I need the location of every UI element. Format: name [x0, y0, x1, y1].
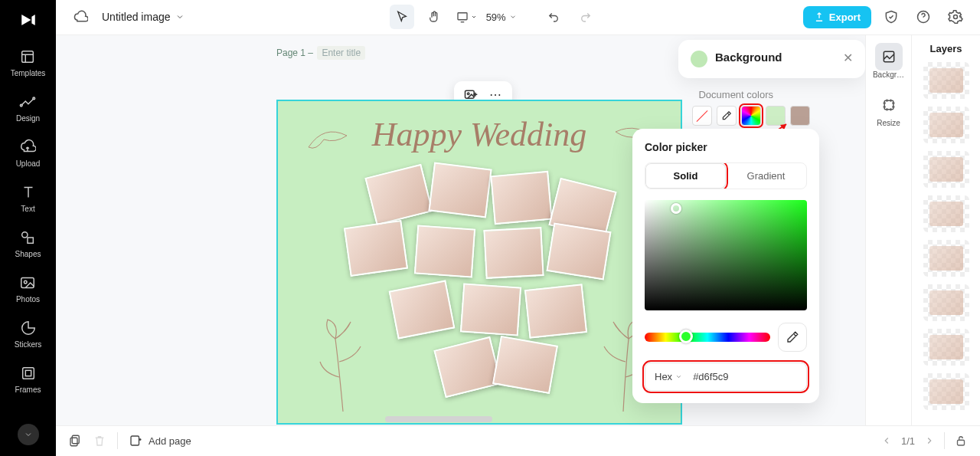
sidebar-item-photos[interactable]: Photos — [16, 274, 40, 303]
sidebar-label: Upload — [16, 159, 41, 168]
hue-handle[interactable] — [679, 330, 693, 343]
chevron-down-icon — [509, 13, 517, 21]
help-icon[interactable] — [911, 5, 936, 29]
layer-thumb[interactable] — [923, 151, 969, 188]
photo-collage[interactable] — [339, 170, 622, 415]
sv-handle[interactable] — [671, 203, 681, 214]
select-tool[interactable] — [390, 5, 414, 29]
page-title-input[interactable]: Enter title — [317, 46, 365, 60]
photo-tile[interactable] — [414, 225, 475, 277]
photo-tile[interactable] — [389, 280, 456, 339]
layer-thumb[interactable] — [923, 373, 969, 410]
sidebar-item-stickers[interactable]: Stickers — [15, 319, 42, 349]
color-format-selector[interactable]: Hex — [655, 371, 682, 382]
layer-thumb[interactable] — [923, 284, 969, 321]
canvas-area[interactable]: Page 1 – Enter title ⋯ ⋯ Happy Wedding — [56, 35, 865, 425]
svg-point-15 — [467, 93, 469, 95]
color-picker-title: Color picker — [645, 141, 807, 153]
swatch-none[interactable] — [692, 106, 712, 126]
export-icon — [814, 11, 825, 22]
page-number: Page 1 – — [276, 48, 313, 58]
sidebar-label: Stickers — [15, 340, 42, 349]
layers-panel: Layers — [911, 35, 980, 425]
right-rail-resize[interactable]: Resize — [875, 91, 903, 127]
pages-icon[interactable] — [68, 434, 82, 448]
add-page-button[interactable]: Add page — [129, 434, 191, 448]
frames-icon — [19, 364, 38, 382]
document-title[interactable]: Untitled image — [102, 11, 185, 23]
workarea: Page 1 – Enter title ⋯ ⋯ Happy Wedding — [56, 35, 980, 425]
design-icon — [18, 93, 37, 111]
redo-button[interactable] — [573, 5, 598, 29]
swatch-taupe[interactable] — [790, 106, 810, 126]
sidebar-item-shapes[interactable]: Shapes — [15, 228, 41, 258]
svg-rect-0 — [22, 51, 34, 63]
sidebar-label: Text — [21, 205, 34, 213]
photo-tile[interactable] — [428, 162, 492, 218]
settings-icon[interactable] — [943, 5, 968, 29]
hue-slider[interactable] — [645, 333, 770, 342]
photo-tile[interactable] — [492, 335, 558, 393]
photo-tile[interactable] — [490, 170, 552, 224]
export-button[interactable]: Export — [803, 6, 871, 28]
photo-tile[interactable] — [433, 336, 501, 397]
left-sidebar: Templates Design Upload Text Shapes Phot… — [0, 0, 56, 456]
photo-tile[interactable] — [344, 220, 408, 277]
svg-rect-18 — [884, 51, 893, 61]
eyedropper-button[interactable] — [778, 323, 807, 352]
layer-thumb[interactable] — [923, 240, 969, 277]
app-logo[interactable] — [13, 5, 44, 35]
add-page-icon — [129, 434, 142, 448]
swatch-eyedropper[interactable] — [717, 106, 737, 126]
layer-thumb[interactable] — [923, 329, 969, 366]
bird-decoration-left[interactable] — [301, 116, 362, 162]
lock-icon[interactable] — [954, 434, 968, 448]
hex-value[interactable]: #d6f5c9 — [693, 371, 728, 382]
sidebar-item-frames[interactable]: Frames — [15, 364, 41, 394]
shapes-icon — [18, 228, 37, 247]
layer-thumb[interactable] — [923, 107, 969, 143]
saturation-value-field[interactable] — [645, 200, 807, 310]
sidebar-label: Design — [16, 114, 40, 123]
photo-tile[interactable] — [460, 283, 521, 336]
main-area: Untitled image 59% Export — [56, 0, 980, 456]
prev-page-button[interactable] — [881, 435, 892, 446]
stickers-icon — [19, 319, 38, 337]
chevron-down-icon — [24, 430, 33, 439]
fit-view[interactable] — [454, 5, 479, 29]
photo-tile[interactable] — [483, 227, 544, 279]
hand-tool[interactable] — [422, 5, 446, 29]
zoom-control[interactable]: 59% — [486, 11, 517, 23]
layer-thumb[interactable] — [923, 195, 969, 232]
horizontal-scrollbar[interactable] — [385, 416, 492, 422]
sidebar-item-upload[interactable]: Upload — [16, 138, 41, 168]
zoom-value: 59% — [486, 11, 506, 23]
right-rail-label: Resize — [877, 119, 900, 127]
sidebar-item-text[interactable]: Text — [19, 183, 38, 213]
chevron-down-icon — [675, 373, 682, 380]
hex-input-row[interactable]: Hex #d6f5c9 — [645, 363, 807, 391]
right-rail-background[interactable]: Backgr… — [873, 43, 904, 79]
photo-tile[interactable] — [364, 163, 433, 225]
delete-page-icon[interactable] — [93, 434, 106, 448]
photo-tile[interactable] — [546, 222, 611, 280]
close-icon[interactable]: ✕ — [843, 51, 853, 65]
capcut-logo-icon — [18, 9, 39, 31]
add-page-label: Add page — [149, 435, 191, 447]
undo-button[interactable] — [541, 5, 566, 29]
sidebar-item-templates[interactable]: Templates — [11, 48, 46, 77]
cloud-sync-icon[interactable] — [68, 5, 93, 29]
background-panel: Background ✕ — [678, 40, 865, 78]
sidebar-item-design[interactable]: Design — [16, 93, 40, 123]
sidebar-label: Templates — [11, 69, 46, 77]
photo-tile[interactable] — [524, 284, 587, 339]
tab-gradient[interactable]: Gradient — [726, 163, 806, 189]
next-page-button[interactable] — [924, 435, 935, 446]
topbar: Untitled image 59% Export — [56, 0, 980, 35]
layer-thumb[interactable] — [923, 62, 969, 99]
tab-gradient-label: Gradient — [747, 170, 786, 182]
shield-icon[interactable] — [879, 5, 903, 29]
design-canvas[interactable]: Happy Wedding — [276, 100, 682, 425]
tab-solid[interactable]: Solid — [645, 163, 726, 189]
sidebar-more-button[interactable] — [18, 424, 39, 445]
